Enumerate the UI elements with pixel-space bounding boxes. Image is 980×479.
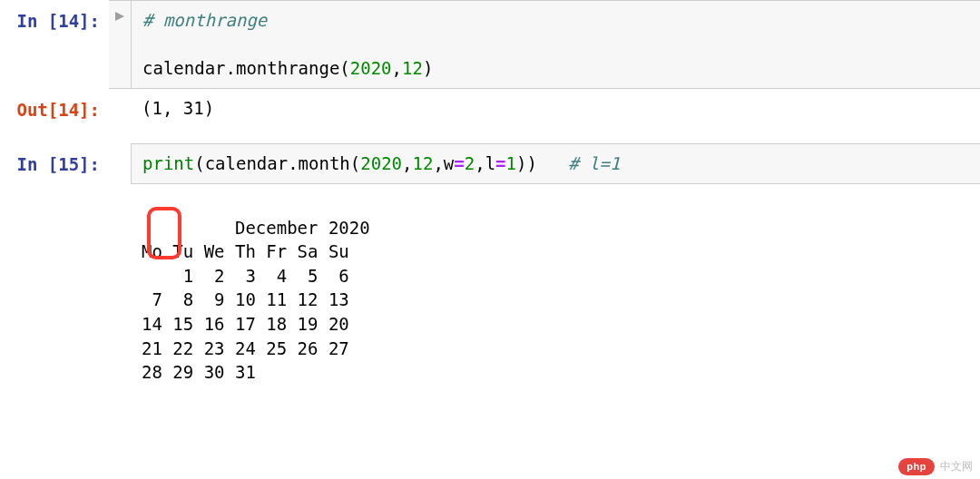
code-builtin: print <box>142 153 194 173</box>
input-area-14: # monthrange calendar.monthrange(2020,12… <box>109 0 980 89</box>
output-cell-15: December 2020 Mo Tu We Th Fr Sa Su 1 2 3… <box>0 184 980 440</box>
empty-prompt <box>0 184 109 193</box>
cell-14: In [14]: # monthrange calendar.monthrang… <box>0 0 980 89</box>
jupyter-fragment: In [14]: # monthrange calendar.monthrang… <box>0 0 980 479</box>
watermark-badge: php <box>898 458 935 475</box>
run-cell-button-14[interactable] <box>109 0 131 89</box>
watermark-text: 中文网 <box>940 459 973 474</box>
input-prompt-14: In [14]: <box>0 0 109 34</box>
cell-15: In [15]: print(calendar.month(2020,12,w=… <box>0 143 980 184</box>
code-editor-14[interactable]: # monthrange calendar.monthrange(2020,12… <box>131 0 980 89</box>
input-area-15: print(calendar.month(2020,12,w=2,l=1)) #… <box>109 143 980 184</box>
code-ident: calendar.monthrange <box>142 58 339 78</box>
spacer <box>0 127 980 143</box>
code-editor-15[interactable]: print(calendar.month(2020,12,w=2,l=1)) #… <box>131 143 980 184</box>
calendar-printout: December 2020 Mo Tu We Th Fr Sa Su 1 2 3… <box>142 218 370 383</box>
code-comment: # monthrange <box>142 10 267 30</box>
input-prompt-15: In [15]: <box>0 143 109 177</box>
svg-marker-0 <box>115 12 124 21</box>
output-text-15: December 2020 Mo Tu We Th Fr Sa Su 1 2 3… <box>109 184 980 440</box>
output-cell-14: Out[14]: (1, 31) <box>0 89 980 128</box>
output-prompt-14: Out[14]: <box>0 89 109 122</box>
watermark: php 中文网 <box>898 458 973 475</box>
output-text-14: (1, 31) <box>109 89 980 128</box>
play-icon <box>115 12 124 21</box>
